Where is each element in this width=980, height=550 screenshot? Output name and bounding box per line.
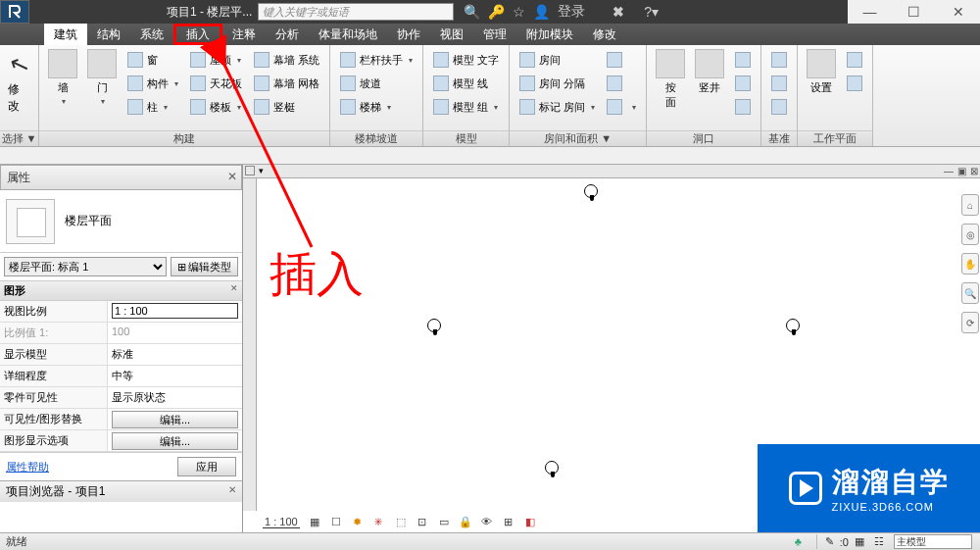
reveal-icon[interactable]: ⊞ [502, 515, 515, 528]
btn-icon[interactable] [603, 49, 640, 71]
maximize-button[interactable]: ☐ [892, 0, 936, 24]
group-room-label[interactable]: 房间和面积 ▼ [510, 130, 646, 146]
crop-region-icon[interactable]: ▭ [437, 515, 451, 528]
help-icon[interactable]: ?▾ [644, 4, 659, 20]
close-button[interactable]: ✕ [936, 0, 980, 24]
lock-icon[interactable]: 🔒 [459, 515, 472, 528]
worksharing-icon[interactable]: ◧ [523, 515, 537, 528]
shadows-icon[interactable]: ⛯ [372, 515, 386, 528]
btn-天花板[interactable]: 天花板 [186, 73, 246, 94]
datum-icon-1[interactable] [767, 73, 791, 94]
elevation-marker-north[interactable] [584, 184, 598, 198]
detail-level-icon[interactable]: ▦ [308, 515, 321, 528]
view-scale[interactable]: 1 : 100 [263, 516, 300, 528]
apply-button[interactable]: 应用 [177, 457, 236, 476]
nav-pan-icon[interactable]: ✋ [961, 253, 979, 275]
properties-help-link[interactable]: 属性帮助 [6, 460, 49, 475]
minimize-button[interactable]: — [848, 0, 892, 24]
user-icon[interactable]: 👤 [533, 4, 550, 20]
datum-icon-0[interactable] [767, 49, 791, 71]
rendering-icon[interactable]: ⬚ [394, 515, 408, 528]
btn-模型组[interactable]: 模型 组 [429, 96, 503, 118]
opening-icon-1[interactable] [731, 73, 755, 94]
btn-按面[interactable]: 按 面 [651, 47, 690, 112]
exchange-icon[interactable]: ✖ [612, 4, 624, 20]
btn-竖井[interactable]: 竖井 [690, 47, 729, 97]
btn-幕墙网格[interactable]: 幕墙 网格 [250, 73, 323, 94]
prop-edit-button[interactable]: 编辑... [112, 411, 238, 428]
search-input[interactable]: 键入关键字或短语 [258, 3, 454, 21]
modify-button[interactable]: ↖ 修改 [4, 47, 34, 119]
btn-楼梯[interactable]: 楼梯 [336, 96, 416, 118]
view-max-icon[interactable]: ▣ [957, 166, 966, 176]
scroll-left-bar[interactable] [243, 178, 257, 511]
status-filter2-icon[interactable]: ☷ [874, 535, 888, 549]
btn-竖梃[interactable]: 竖梃 [250, 96, 323, 118]
group-select-label[interactable]: 选择 ▼ [0, 130, 38, 146]
view-close-icon[interactable]: ⊠ [970, 166, 978, 176]
view-min-icon[interactable]: — [944, 166, 954, 176]
nav-wheel-icon[interactable]: ◎ [961, 224, 979, 245]
btn-柱[interactable]: 柱 [123, 96, 182, 118]
tab-体量和场地[interactable]: 体量和场地 [309, 24, 387, 45]
project-browser-header[interactable]: 项目浏览器 - 项目1 [0, 480, 242, 502]
btn-墙[interactable]: 墙 [43, 47, 82, 108]
btn-icon[interactable] [603, 96, 640, 118]
status-icon-1[interactable]: ♣ [795, 535, 808, 549]
view-tab-icon[interactable] [245, 166, 255, 175]
prop-value[interactable]: 中等 [108, 366, 242, 386]
btn-模型文字[interactable]: 模型 文字 [429, 49, 503, 71]
type-selector[interactable]: 楼层平面 [0, 190, 242, 253]
tab-分析[interactable]: 分析 [266, 24, 309, 45]
btn-屋顶[interactable]: 屋顶 [186, 49, 246, 71]
tab-插入[interactable]: 插入 [173, 24, 222, 45]
tab-视图[interactable]: 视图 [430, 24, 473, 45]
instance-selector[interactable]: 楼层平面: 标高 1 [4, 257, 167, 276]
tab-修改[interactable]: 修改 [583, 24, 626, 45]
crop-icon[interactable]: ⊡ [416, 515, 429, 528]
btn-门[interactable]: 门 [82, 47, 122, 108]
work-icon-1[interactable] [843, 73, 866, 94]
app-icon[interactable] [0, 0, 29, 24]
sun-path-icon[interactable]: ✹ [351, 515, 365, 528]
prop-category-graphics[interactable]: 图形 [0, 281, 242, 301]
tab-附加模块[interactable]: 附加模块 [516, 24, 583, 45]
tab-协作[interactable]: 协作 [387, 24, 430, 45]
btn-icon[interactable] [603, 73, 640, 94]
tab-建筑[interactable]: 建筑 [44, 24, 87, 45]
status-model-combo[interactable]: 主模型 [894, 534, 972, 549]
status-sync-icon[interactable]: ✎ [825, 535, 834, 548]
binoculars-icon[interactable]: 🔍 [464, 4, 480, 20]
btn-幕墙系统[interactable]: 幕墙 系统 [250, 49, 323, 71]
nav-orbit-icon[interactable]: ⟳ [961, 312, 979, 333]
temp-hide-icon[interactable]: 👁 [480, 515, 494, 528]
btn-楼板[interactable]: 楼板 [186, 96, 246, 118]
btn-坡道[interactable]: 坡道 [336, 73, 416, 94]
elevation-marker-south[interactable] [545, 461, 559, 475]
work-icon-0[interactable] [843, 49, 866, 71]
btn-房间[interactable]: 房间 [515, 49, 599, 71]
btn-构件[interactable]: 构件 [123, 73, 182, 94]
btn-设置[interactable]: 设置 [802, 47, 841, 97]
prop-value[interactable]: 100 [108, 323, 242, 343]
view-tab-dd[interactable]: ▾ [259, 166, 264, 175]
tab-注释[interactable]: 注释 [222, 24, 266, 45]
opening-icon-2[interactable] [731, 96, 755, 118]
star-icon[interactable]: ☆ [513, 4, 525, 20]
edit-type-button[interactable]: 编辑类型 [171, 257, 238, 276]
visual-style-icon[interactable]: ☐ [329, 515, 343, 528]
btn-模型线[interactable]: 模型 线 [429, 73, 503, 94]
prop-value[interactable]: 标准 [108, 344, 242, 365]
prop-edit-button[interactable]: 编辑... [112, 432, 238, 450]
nav-home-icon[interactable]: ⌂ [961, 194, 979, 216]
tab-系统[interactable]: 系统 [130, 24, 173, 45]
elevation-marker-east[interactable] [786, 319, 800, 332]
prop-value[interactable]: 显示原状态 [108, 387, 242, 408]
elevation-marker-west[interactable] [427, 319, 441, 332]
login-link[interactable]: 登录 [558, 3, 585, 21]
key-icon[interactable]: 🔑 [488, 4, 505, 20]
status-filter-icon[interactable]: ▦ [855, 535, 868, 549]
properties-close-icon[interactable]: ✕ [227, 170, 237, 183]
tab-结构[interactable]: 结构 [87, 24, 130, 45]
btn-房间分隔[interactable]: 房间 分隔 [515, 73, 599, 94]
